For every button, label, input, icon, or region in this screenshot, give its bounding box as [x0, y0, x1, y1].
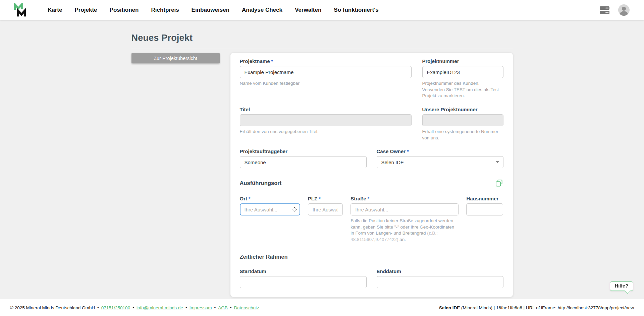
- hilfe-label: Hilfe?: [615, 283, 628, 289]
- enddatum-label: Enddatum: [377, 268, 401, 274]
- separator-dot: •: [97, 305, 99, 310]
- strasse-label: Straße: [351, 196, 366, 201]
- nav-item-positionen[interactable]: Positionen: [110, 7, 139, 13]
- zeitlicher-rahmen-title: Zeitlicher Rahmen: [240, 254, 288, 260]
- case-owner-select[interactable]: Selen IDE: [377, 156, 503, 168]
- main-content: Neues Projekt Zur Projektübersicht Proje…: [0, 20, 644, 299]
- nav-item-karte[interactable]: Karte: [48, 7, 62, 13]
- startdatum-input[interactable]: [240, 276, 367, 288]
- footer-links: © 2025 Mineral Minds Deutschland GmbH • …: [10, 305, 259, 310]
- page-title: Neues Projekt: [131, 33, 513, 43]
- server-icon[interactable]: [599, 6, 610, 15]
- nav-item-analyse-check[interactable]: Analyse Check: [242, 7, 282, 13]
- loading-spinner-icon: [292, 207, 297, 212]
- ausfuehrungsort-title: Ausführungsort: [240, 180, 282, 186]
- projektauftraggeber-input[interactable]: [240, 156, 367, 168]
- titel-input: [240, 114, 412, 126]
- footer: © 2025 Mineral Minds Deutschland GmbH • …: [0, 299, 644, 316]
- footer-link-datenschutz[interactable]: Datenschutz: [234, 305, 259, 310]
- unsere-projektnummer-label: Unsere Projektnummer: [422, 107, 478, 112]
- top-nav: Karte Projekte Positionen Richtpreis Ein…: [0, 0, 644, 20]
- nav-item-einbauweisen[interactable]: Einbauweisen: [192, 7, 229, 13]
- session-user: Selen IDE: [439, 305, 460, 310]
- required-asterisk: *: [368, 196, 369, 201]
- session-info: Selen IDE (Mineral Minds) | 16fae1ffc6a6…: [439, 305, 634, 310]
- strasse-input[interactable]: [351, 203, 459, 215]
- footer-link-impressum[interactable]: Impressum: [190, 305, 212, 310]
- field-case-owner: Case Owner * Selen IDE: [377, 148, 503, 168]
- projektnummer-help: Projektnummer des Kunden. Verwenden Sie …: [422, 80, 503, 99]
- field-plz: PLZ *: [308, 196, 343, 243]
- required-asterisk: *: [319, 196, 320, 201]
- footer-link-email[interactable]: info@mineral-minds.de: [137, 305, 183, 310]
- main-nav: Karte Projekte Positionen Richtpreis Ein…: [48, 7, 379, 13]
- hausnummer-label: Hausnummer: [466, 196, 498, 201]
- mineral-minds-logo-icon: [13, 3, 29, 17]
- startdatum-label: Startdatum: [240, 268, 266, 274]
- project-form-card: Projektname * Name vom Kunden festlegbar…: [230, 53, 513, 297]
- section-ausfuehrungsort: Ausführungsort: [240, 179, 503, 190]
- field-unsere-projektnummer: Unsere Projektnummer Erhält eine systemg…: [422, 107, 503, 141]
- section-zeitlicher-rahmen: Zeitlicher Rahmen: [240, 254, 503, 263]
- hausnummer-input[interactable]: [466, 203, 503, 215]
- title-divider: [131, 48, 513, 48]
- strasse-help: Falls die Position keiner Straße zugeord…: [351, 218, 459, 243]
- projektnummer-label: Projektnummer: [422, 58, 459, 64]
- separator-dot: •: [185, 305, 187, 310]
- titel-label: Titel: [240, 107, 250, 112]
- copyright-text: © 2025 Mineral Minds Deutschland GmbH: [10, 305, 95, 310]
- field-startdatum: Startdatum: [240, 268, 367, 288]
- field-hausnummer: Hausnummer: [466, 196, 503, 243]
- ort-label: Ort: [240, 196, 248, 201]
- nav-item-richtpreis[interactable]: Richtpreis: [151, 7, 179, 13]
- chevron-down-icon: [496, 161, 499, 163]
- projektname-help: Name vom Kunden festlegbar: [240, 80, 412, 87]
- field-strasse: Straße * Falls die Position keiner Straß…: [351, 196, 459, 243]
- plz-input[interactable]: [308, 203, 343, 215]
- projektauftraggeber-label: Projektauftraggeber: [240, 148, 288, 154]
- case-owner-label: Case Owner: [377, 148, 406, 154]
- unsere-projektnummer-input: [422, 114, 503, 126]
- user-avatar-icon[interactable]: [618, 4, 630, 16]
- separator-dot: •: [214, 305, 216, 310]
- required-asterisk: *: [271, 59, 273, 64]
- hilfe-button[interactable]: Hilfe?: [610, 281, 633, 291]
- field-projektauftraggeber: Projektauftraggeber: [240, 148, 367, 168]
- nav-item-projekte[interactable]: Projekte: [74, 7, 97, 13]
- unsere-projektnummer-help: Erhält eine systemgenerierte Nummer von …: [422, 129, 503, 141]
- field-titel: Titel Erhält den von uns vorgegebenen Ti…: [240, 107, 412, 141]
- separator-dot: •: [230, 305, 232, 310]
- nav-item-so-funktionierts[interactable]: So funktioniert's: [334, 7, 378, 13]
- session-details: (Mineral Minds) | 16fae1ffc6a6 | URL of …: [460, 305, 634, 310]
- zur-projektuebersicht-button[interactable]: Zur Projektübersicht: [131, 53, 220, 63]
- required-asterisk: *: [407, 149, 409, 154]
- projektname-label: Projektname: [240, 58, 270, 64]
- enddatum-input[interactable]: [377, 276, 503, 288]
- field-enddatum: Enddatum: [377, 268, 503, 288]
- separator-dot: •: [132, 305, 134, 310]
- projektname-input[interactable]: [240, 66, 412, 78]
- field-projektname: Projektname * Name vom Kunden festlegbar: [240, 58, 412, 99]
- footer-link-phone[interactable]: 07151/250100: [101, 305, 130, 310]
- copy-icon[interactable]: [495, 179, 503, 187]
- required-asterisk: *: [249, 196, 250, 201]
- app-logo[interactable]: [13, 3, 29, 17]
- nav-item-verwalten[interactable]: Verwalten: [295, 7, 321, 13]
- nav-right-actions: [599, 4, 630, 16]
- titel-help: Erhält den von uns vorgegebenen Titel.: [240, 129, 412, 135]
- projektnummer-input[interactable]: [422, 66, 503, 78]
- plz-label: PLZ: [308, 196, 317, 201]
- footer-link-agb[interactable]: AGB: [218, 305, 228, 310]
- field-ort: Ort *: [240, 196, 300, 243]
- ort-input[interactable]: [240, 203, 300, 215]
- case-owner-value: Selen IDE: [381, 160, 404, 165]
- field-projektnummer: Projektnummer Projektnummer des Kunden. …: [422, 58, 503, 99]
